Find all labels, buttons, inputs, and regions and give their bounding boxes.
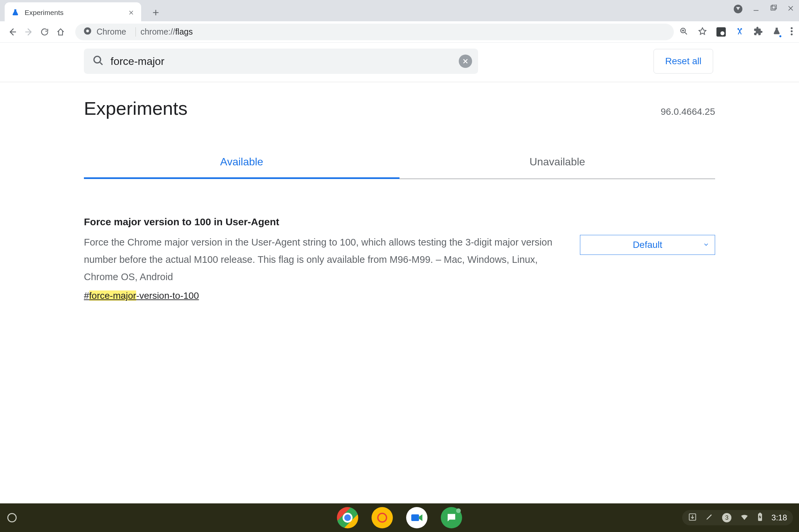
os-shelf: 3 3:18 (0, 504, 799, 532)
back-button[interactable] (6, 25, 19, 39)
shelf-apps (337, 507, 462, 528)
search-icon (93, 55, 104, 68)
page-content: Reset all Experiments 96.0.4664.25 Avail… (0, 43, 799, 301)
flags-search-input[interactable] (111, 55, 469, 68)
shelf-app-chat[interactable] (441, 507, 462, 528)
bookmark-icon[interactable] (698, 26, 707, 37)
browser-tab[interactable]: Experiments (5, 2, 141, 23)
url-origin-label: Chrome (96, 27, 126, 37)
maximize-icon[interactable] (770, 5, 777, 13)
svg-point-6 (740, 28, 742, 30)
tab-title: Experiments (25, 8, 63, 17)
notification-count[interactable]: 3 (722, 513, 731, 522)
svg-rect-1 (772, 5, 776, 9)
address-bar[interactable]: Chrome chrome://flags (75, 24, 674, 40)
extensions-icon[interactable] (754, 26, 763, 37)
flags-search-box (84, 49, 478, 74)
clock: 3:18 (772, 513, 787, 522)
flag-description: Force the Chrome major version in the Us… (84, 233, 560, 286)
chrome-version: 96.0.4664.25 (661, 107, 716, 117)
flags-tabs: Available Unavailable (84, 148, 715, 179)
extension-icon-1[interactable] (717, 27, 726, 37)
media-control-icon[interactable] (734, 5, 742, 13)
site-info-icon[interactable] (83, 26, 92, 37)
clear-search-icon[interactable] (459, 55, 472, 68)
url-path: flags (175, 27, 193, 37)
svg-point-8 (791, 30, 793, 32)
launcher-button[interactable] (7, 513, 17, 522)
menu-icon[interactable] (790, 26, 793, 37)
pen-icon[interactable] (705, 513, 713, 523)
browser-toolbar: Chrome chrome://flags (0, 21, 799, 43)
svg-point-7 (791, 27, 793, 29)
forward-button[interactable] (22, 25, 35, 39)
tab-strip: Experiments + (0, 0, 799, 21)
extension-icon-2[interactable] (735, 26, 744, 37)
window-controls (734, 5, 794, 13)
shelf-app-2[interactable] (372, 507, 393, 528)
shelf-app-duo[interactable] (406, 507, 427, 528)
tab-available[interactable]: Available (84, 148, 400, 179)
shelf-app-chrome[interactable] (337, 507, 358, 528)
new-tab-button[interactable]: + (148, 4, 164, 20)
wifi-icon (740, 513, 749, 523)
downloads-icon[interactable] (688, 513, 697, 523)
close-tab-icon[interactable] (127, 8, 135, 17)
close-window-icon[interactable] (787, 5, 794, 13)
battery-icon (757, 513, 763, 523)
find-in-page-icon[interactable] (679, 26, 688, 37)
tab-unavailable[interactable]: Unavailable (400, 148, 715, 179)
system-tray[interactable]: 3 3:18 (682, 510, 793, 525)
svg-point-9 (791, 33, 793, 35)
svg-rect-14 (759, 513, 761, 514)
svg-point-3 (86, 29, 89, 32)
page-title: Experiments (84, 97, 187, 119)
chevron-down-icon (703, 240, 709, 250)
divider (135, 27, 136, 37)
toolbar-actions (679, 26, 793, 37)
minimize-icon[interactable] (752, 5, 760, 13)
flag-anchor-link[interactable]: #force-major-version-to-100 (84, 290, 199, 301)
reload-button[interactable] (38, 25, 51, 39)
svg-rect-11 (411, 514, 419, 521)
flag-title: Force major version to 100 in User-Agent (84, 216, 560, 228)
home-button[interactable] (54, 25, 67, 39)
experiments-icon[interactable] (773, 27, 781, 37)
svg-point-10 (94, 56, 100, 63)
svg-rect-0 (771, 6, 775, 10)
flag-state-select[interactable]: Default (580, 235, 715, 255)
url-scheme: chrome:// (141, 27, 175, 37)
reset-all-button[interactable]: Reset all (653, 49, 713, 74)
svg-point-5 (738, 28, 739, 30)
flag-entry: Force major version to 100 in User-Agent… (84, 216, 715, 301)
flask-icon (11, 8, 20, 17)
